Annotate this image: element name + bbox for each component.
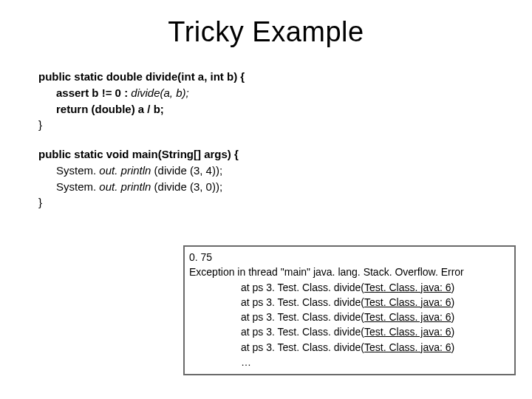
code-line: } (38, 194, 532, 211)
output-line: Exception in thread "main" java. lang. S… (189, 265, 510, 279)
code-block-main: public static void main(String[] args) {… (38, 146, 532, 211)
stack-line: at ps 3. Test. Class. divide(Test. Class… (241, 324, 510, 339)
output-line: 0. 75 (189, 250, 510, 265)
code-line: public static double divide(int a, int b… (38, 69, 532, 85)
stack-line: at ps 3. Test. Class. divide(Test. Class… (241, 295, 510, 310)
stack-line: at ps 3. Test. Class. divide(Test. Class… (241, 280, 510, 295)
code-line: System. out. println (divide (3, 4)); (56, 163, 532, 179)
code-line: System. out. println (divide (3, 0)); (56, 179, 532, 195)
output-ellipsis: … (241, 355, 510, 369)
slide-title: Tricky Example (0, 16, 532, 48)
code-line: assert b != 0 : divide(a, b); (56, 85, 532, 101)
code-line: public static void main(String[] args) { (38, 146, 532, 163)
code-line: return (double) a / b; (56, 101, 532, 117)
code-block-divide: public static double divide(int a, int b… (38, 69, 532, 133)
stack-line: at ps 3. Test. Class. divide(Test. Class… (241, 340, 510, 355)
stack-line: at ps 3. Test. Class. divide(Test. Class… (241, 310, 510, 324)
output-box: 0. 75 Exception in thread "main" java. l… (183, 245, 516, 375)
code-line: } (38, 117, 532, 133)
